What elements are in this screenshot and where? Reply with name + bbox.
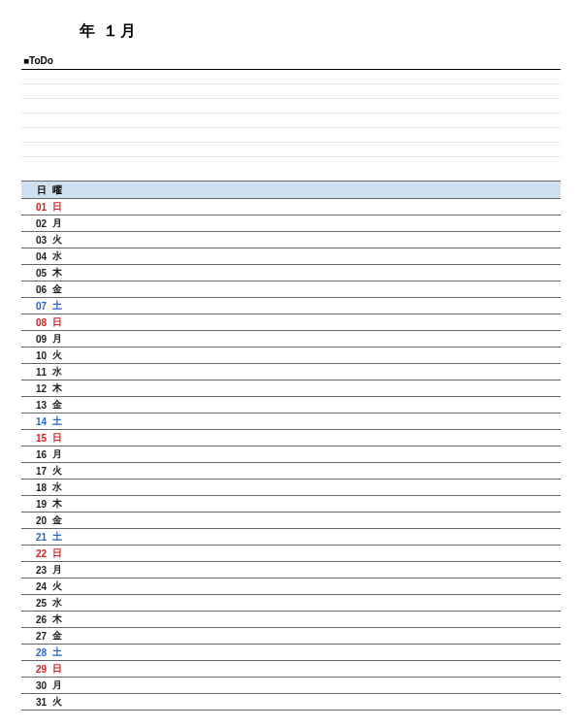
day-number: 18 [21, 480, 48, 496]
day-note [70, 381, 561, 397]
day-number: 31 [21, 694, 48, 711]
day-of-week: 火 [48, 463, 70, 480]
day-note [70, 414, 561, 430]
day-number: 27 [21, 628, 48, 645]
day-of-week: 水 [48, 364, 70, 381]
day-note [70, 331, 561, 347]
day-number: 17 [21, 463, 48, 480]
day-number: 23 [21, 562, 48, 579]
day-note [70, 397, 561, 414]
day-number: 08 [21, 314, 48, 331]
day-note [70, 232, 561, 248]
day-number: 02 [21, 215, 48, 232]
day-number: 30 [21, 678, 48, 694]
day-note [70, 645, 561, 661]
section-gap [21, 157, 561, 181]
day-note [70, 314, 561, 331]
day-number: 10 [21, 347, 48, 364]
todo-line [21, 99, 561, 114]
calendar-row: 27金 [21, 628, 561, 645]
day-number: 05 [21, 265, 48, 281]
day-of-week: 土 [48, 414, 70, 430]
col-header-note [70, 182, 561, 199]
calendar-row: 21土 [21, 529, 561, 546]
day-number: 20 [21, 513, 48, 529]
day-of-week: 日 [48, 314, 70, 331]
calendar-row: 08日 [21, 314, 561, 331]
day-note [70, 529, 561, 546]
day-number: 28 [21, 645, 48, 661]
day-number: 11 [21, 364, 48, 381]
calendar-row: 23月 [21, 562, 561, 579]
col-header-day: 日 [21, 182, 48, 199]
day-of-week: 火 [48, 694, 70, 711]
calendar-row: 11水 [21, 364, 561, 381]
calendar-row: 22日 [21, 546, 561, 562]
calendar-row: 19木 [21, 496, 561, 513]
day-note [70, 215, 561, 232]
calendar-row: 26木 [21, 612, 561, 628]
todo-line [21, 84, 561, 99]
day-of-week: 火 [48, 232, 70, 248]
day-number: 01 [21, 199, 48, 215]
day-of-week: 金 [48, 628, 70, 645]
calendar-row: 10火 [21, 347, 561, 364]
day-of-week: 火 [48, 579, 70, 595]
day-of-week: 木 [48, 265, 70, 281]
day-of-week: 月 [48, 331, 70, 347]
calendar-row: 05木 [21, 265, 561, 281]
page-title: 年 １月 [80, 21, 561, 42]
day-note [70, 496, 561, 513]
day-note [70, 281, 561, 298]
day-note [70, 199, 561, 215]
day-note [70, 364, 561, 381]
day-of-week: 土 [48, 645, 70, 661]
calendar-row: 03火 [21, 232, 561, 248]
day-note [70, 562, 561, 579]
calendar-row: 17火 [21, 463, 561, 480]
calendar-row: 15日 [21, 430, 561, 447]
calendar-row: 31火 [21, 694, 561, 711]
day-of-week: 月 [48, 215, 70, 232]
day-note [70, 595, 561, 612]
day-of-week: 月 [48, 678, 70, 694]
day-of-week: 木 [48, 612, 70, 628]
day-note [70, 546, 561, 562]
day-of-week: 月 [48, 447, 70, 463]
calendar-row: 06金 [21, 281, 561, 298]
calendar-header-row: 日 曜 [21, 182, 561, 199]
day-note [70, 430, 561, 447]
day-note [70, 447, 561, 463]
calendar-row: 12木 [21, 381, 561, 397]
day-number: 26 [21, 612, 48, 628]
day-of-week: 水 [48, 248, 70, 265]
day-of-week: 日 [48, 199, 70, 215]
day-number: 06 [21, 281, 48, 298]
calendar-row: 24火 [21, 579, 561, 595]
todo-line [21, 128, 561, 143]
day-note [70, 678, 561, 694]
day-number: 21 [21, 529, 48, 546]
day-number: 15 [21, 430, 48, 447]
calendar-row: 14土 [21, 414, 561, 430]
day-note [70, 661, 561, 678]
day-note [70, 612, 561, 628]
day-note [70, 694, 561, 711]
day-number: 04 [21, 248, 48, 265]
calendar-row: 30月 [21, 678, 561, 694]
col-header-dow: 曜 [48, 182, 70, 199]
todo-section-label: ■ToDo [21, 55, 561, 66]
day-of-week: 日 [48, 430, 70, 447]
day-number: 13 [21, 397, 48, 414]
day-of-week: 月 [48, 562, 70, 579]
todo-lines-block [21, 69, 561, 157]
day-of-week: 土 [48, 529, 70, 546]
day-of-week: 水 [48, 595, 70, 612]
calendar-table: 日 曜 01日02月03火04水05木06金07土08日09月10火11水12木… [21, 181, 561, 711]
day-of-week: 木 [48, 496, 70, 513]
todo-line [21, 114, 561, 128]
day-number: 24 [21, 579, 48, 595]
day-number: 16 [21, 447, 48, 463]
day-number: 22 [21, 546, 48, 562]
day-of-week: 金 [48, 281, 70, 298]
